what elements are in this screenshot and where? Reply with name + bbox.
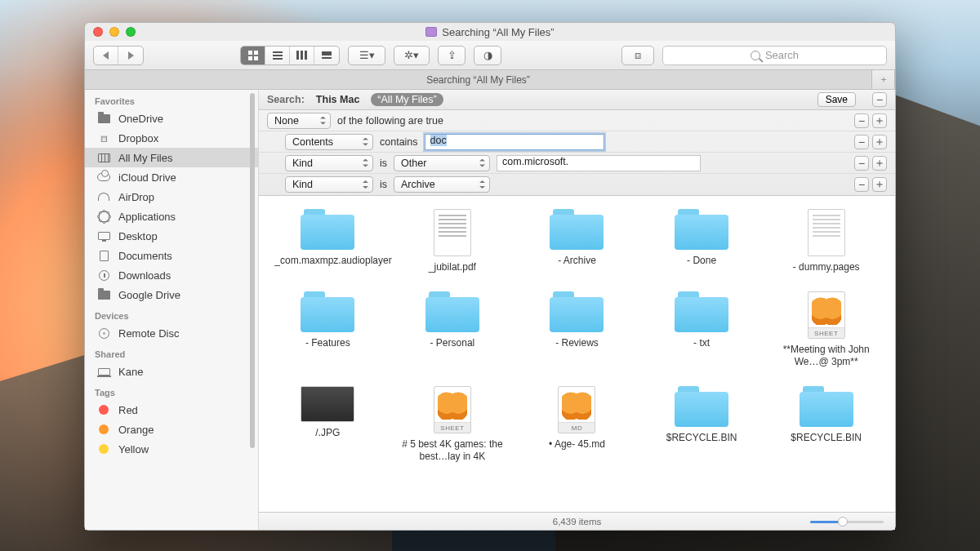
folder-icon	[550, 291, 604, 332]
toolbar-search-field[interactable]: Search	[662, 46, 887, 65]
sidebar-scrollbar[interactable]	[248, 93, 256, 527]
result-item[interactable]: _jubilat.pdf	[390, 209, 515, 273]
result-item[interactable]: $RECYCLE.BIN	[764, 386, 889, 463]
scope-this-mac[interactable]: This Mac	[316, 94, 360, 105]
new-tab-button[interactable]: ＋	[872, 70, 895, 89]
scope-all-my-files[interactable]: “All My Files”	[371, 93, 443, 106]
result-item-name: - dummy.pages	[793, 261, 860, 273]
tab-searching[interactable]: Searching “All My Files”	[85, 70, 872, 89]
remove-criteria-group-button[interactable]: −	[872, 92, 887, 107]
sidebar-item-desktop[interactable]: Desktop	[85, 226, 258, 246]
attribute-select[interactable]: Kind	[285, 176, 373, 193]
sidebar-item-documents[interactable]: Documents	[85, 246, 258, 265]
sidebar-item-dropbox[interactable]: ⧈Dropbox	[85, 128, 258, 148]
coverflow-view-button[interactable]	[314, 47, 339, 64]
sidebar-item-label: Remote Disc	[118, 327, 179, 340]
sidebar-item-label: Orange	[118, 424, 154, 436]
result-item[interactable]: - dummy.pages	[764, 209, 889, 273]
sidebar-item-icloud[interactable]: iCloud Drive	[85, 167, 258, 187]
sidebar-item-shared-kane[interactable]: Kane	[85, 362, 258, 381]
operator-text: is	[380, 179, 387, 190]
result-item[interactable]: SHEET# 5 best 4K games: the best…lay in …	[390, 386, 515, 463]
desktop-icon	[96, 230, 111, 242]
remove-row-button[interactable]: −	[854, 135, 869, 149]
back-button[interactable]	[94, 47, 118, 64]
group-tags-label: Tags	[85, 381, 258, 400]
result-item[interactable]: $RECYCLE.BIN	[639, 386, 764, 463]
match-select[interactable]: None	[267, 113, 331, 129]
group-shared-label: Shared	[85, 343, 258, 362]
sidebar-item-google-drive[interactable]: Google Drive	[85, 285, 258, 304]
remove-row-button[interactable]: −	[854, 177, 869, 192]
sidebar-item-remote-disc[interactable]: Remote Disc	[85, 323, 258, 343]
sidebar-tag-orange[interactable]: Orange	[85, 420, 258, 439]
icon-size-slider[interactable]	[810, 517, 884, 527]
tag-dot-icon	[96, 443, 111, 455]
sidebar-tag-yellow[interactable]: Yellow	[85, 439, 258, 459]
result-item[interactable]: - Personal	[390, 291, 515, 368]
sidebar-item-label: Applications	[118, 211, 176, 223]
results-area[interactable]: _com.maxmpz.audioplayer_jubilat.pdf- Arc…	[259, 196, 895, 512]
icon-view-button[interactable]	[241, 47, 265, 64]
finder-window: Searching “All My Files” ☰▾ ✲▾ ⇪ ◑ ⧈ Sea…	[84, 22, 896, 531]
column-view-button[interactable]	[290, 47, 314, 64]
search-label: Search:	[267, 94, 305, 105]
search-icon	[751, 51, 760, 60]
add-row-button[interactable]: ＋	[872, 156, 887, 171]
window-title-text: Searching “All My Files”	[442, 26, 554, 38]
criteria-text-input[interactable]: com.microsoft.	[497, 155, 701, 171]
action-menu-button[interactable]: ✲▾	[394, 46, 430, 65]
result-item[interactable]: MD• Age- 45.md	[514, 386, 639, 463]
add-row-button[interactable]: ＋	[872, 135, 887, 149]
sidebar-item-airdrop[interactable]: AirDrop	[85, 187, 258, 207]
select-value: Kind	[292, 158, 313, 169]
sidebar-item-onedrive[interactable]: OneDrive	[85, 109, 258, 128]
result-item[interactable]: - Done	[639, 209, 764, 273]
arrange-button[interactable]: ☰▾	[349, 47, 385, 64]
attribute-select[interactable]: Kind	[285, 155, 373, 171]
criteria-row-3: Kind is Archive −＋	[259, 174, 895, 195]
list-view-button[interactable]	[265, 47, 290, 64]
add-row-button[interactable]: ＋	[872, 113, 887, 128]
remove-row-button[interactable]: −	[854, 156, 869, 171]
tag-dot-icon	[96, 424, 111, 435]
sidebar-item-label: Documents	[118, 250, 172, 262]
result-item[interactable]: SHEET**Meeting with John We…@ 3pm**	[764, 291, 889, 368]
sidebar-item-all-my-files[interactable]: All My Files	[85, 148, 258, 167]
folder-icon	[675, 209, 728, 250]
tags-button[interactable]: ◑	[474, 46, 501, 65]
add-row-button[interactable]: ＋	[872, 177, 887, 192]
sidebar-item-applications[interactable]: Applications	[85, 207, 258, 226]
remove-row-button[interactable]: −	[854, 113, 869, 128]
attribute-select[interactable]: Contents	[285, 134, 373, 150]
result-item-name: - Features	[305, 337, 350, 349]
share-button[interactable]: ⇪	[438, 46, 466, 65]
folder-icon	[96, 289, 111, 300]
downloads-icon	[96, 269, 111, 281]
result-item[interactable]: - Features	[265, 291, 390, 368]
disc-icon	[96, 327, 111, 339]
result-item[interactable]: - txt	[639, 291, 764, 368]
forward-button[interactable]	[118, 47, 143, 64]
result-item-name: • Age- 45.md	[549, 438, 605, 451]
criteria-text-input[interactable]: doc	[425, 134, 604, 150]
sidebar-tag-red[interactable]: Red	[85, 400, 258, 420]
group-devices-label: Devices	[85, 304, 258, 323]
arrange-segment: ☰▾	[348, 46, 385, 65]
dropbox-toolbar-button[interactable]: ⧈	[621, 46, 654, 65]
folder-icon	[675, 291, 728, 332]
tab-label: Searching “All My Files”	[426, 74, 530, 86]
result-item[interactable]: /.JPG	[265, 386, 390, 463]
result-item[interactable]: - Archive	[514, 209, 639, 273]
dropbox-icon: ⧈	[96, 132, 111, 144]
result-item[interactable]: - Reviews	[514, 291, 639, 368]
value-select[interactable]: Archive	[394, 176, 490, 193]
smart-folder-icon	[425, 27, 437, 37]
result-item[interactable]: _com.maxmpz.audioplayer	[265, 209, 390, 273]
view-mode-segment	[240, 46, 340, 65]
sidebar-item-downloads[interactable]: Downloads	[85, 265, 258, 285]
icon-view-icon	[248, 51, 258, 60]
save-search-button[interactable]: Save	[817, 92, 856, 107]
folder-icon	[550, 209, 604, 250]
value-select[interactable]: Other	[394, 155, 490, 171]
